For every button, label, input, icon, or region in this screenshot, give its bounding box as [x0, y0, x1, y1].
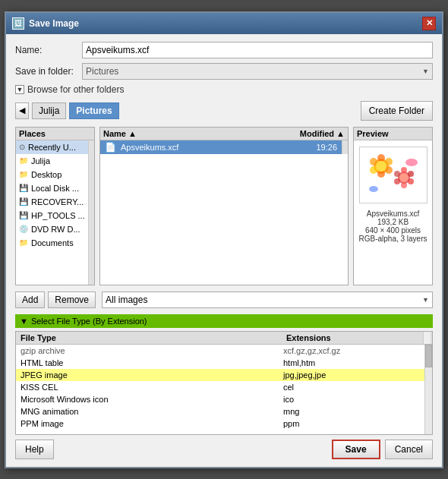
- action-bar: Help Save Cancel: [15, 435, 433, 459]
- julija-folder-icon: 📁: [19, 156, 28, 165]
- svg-point-8: [376, 161, 386, 172]
- ft-ext-ppm: ppm: [283, 419, 420, 428]
- files-panel: Name ▲ Modified ▲ 📄 Apsveikums.xcf: [99, 127, 349, 285]
- title-bar: 🖼 Save Image ✕: [6, 13, 442, 34]
- preview-image: [359, 147, 427, 203]
- places-item-label: Julija: [31, 156, 50, 165]
- places-header: Places: [16, 128, 94, 140]
- preview-svg: [360, 147, 427, 203]
- select-file-type-icon: ▼: [20, 317, 28, 326]
- places-content: ⊙ Recently U... 📁 Julija 📁 Desktop �: [16, 140, 88, 285]
- preview-dimensions: 640 × 400 pixels: [357, 226, 429, 235]
- name-label: Name:: [15, 45, 76, 55]
- file-type-row-jpeg[interactable]: JPEG image jpg,jpeg,jpe: [16, 369, 424, 381]
- places-item-label: Recently U...: [28, 143, 76, 152]
- remove-button[interactable]: Remove: [48, 291, 96, 308]
- svg-point-18: [369, 186, 378, 192]
- dialog-body: Name: Save in folder: Pictures ▼ ▼ Brows…: [6, 34, 442, 467]
- dialog-icon: 🖼: [12, 17, 24, 30]
- preview-panel: Preview: [353, 127, 433, 285]
- save-in-row: Save in folder: Pictures ▼: [15, 63, 433, 80]
- svg-point-10: [401, 167, 407, 173]
- preview-format: RGB-alpha, 3 layers: [357, 235, 429, 243]
- select-file-type-label: Select File Type (By Extension): [31, 317, 147, 326]
- help-button[interactable]: Help: [15, 440, 54, 459]
- files-modified-col-header: Modified ▲: [300, 129, 345, 138]
- nav-left: ◀ Julija Pictures: [15, 102, 119, 119]
- hp-tools-icon: 💾: [19, 211, 28, 219]
- name-input[interactable]: [82, 42, 433, 58]
- filter-arrow: ▼: [422, 296, 429, 304]
- filter-combo[interactable]: All images ▼: [102, 291, 433, 308]
- ft-type-gzip: gzip archive: [21, 346, 283, 355]
- ft-type-mng: MNG animation: [21, 407, 283, 416]
- places-item-recently[interactable]: ⊙ Recently U...: [16, 140, 88, 154]
- add-remove-btns: Add Remove: [15, 291, 96, 308]
- filter-value: All images: [106, 295, 147, 305]
- places-item-local-disk[interactable]: 💾 Local Disk ...: [16, 181, 88, 195]
- ft-ext-mng: mng: [283, 407, 420, 416]
- browse-toggle-label: Browse for other folders: [27, 84, 124, 95]
- places-item-label: Documents: [31, 238, 74, 247]
- create-folder-button[interactable]: Create Folder: [361, 101, 433, 121]
- ft-type-jpeg: JPEG image: [21, 370, 283, 380]
- save-image-dialog: 🖼 Save Image ✕ Name: Save in folder: Pic…: [5, 11, 443, 468]
- svg-point-12: [408, 178, 414, 184]
- file-type-panel: File Type Extensions gzip archive xcf.gz…: [15, 331, 433, 435]
- file-type-row-msicon[interactable]: Microsoft Windows icon ico: [16, 393, 424, 405]
- svg-point-15: [394, 171, 400, 177]
- file-type-header: File Type Extensions: [16, 332, 432, 345]
- files-content: 📄 Apsveikums.xcf 19:26: [100, 140, 342, 154]
- file-type-row-html[interactable]: HTML table html,htm: [16, 357, 424, 369]
- places-item-label: RECOVERY...: [31, 197, 84, 206]
- svg-point-13: [401, 182, 407, 188]
- places-item-label: DVD RW D...: [31, 225, 80, 234]
- ft-ext-kiss: cel: [283, 383, 420, 392]
- select-file-type-section[interactable]: ▼ Select File Type (By Extension): [15, 314, 433, 328]
- add-button[interactable]: Add: [15, 291, 45, 308]
- cancel-button[interactable]: Cancel: [385, 440, 433, 459]
- dialog-title: Save Image: [29, 18, 79, 29]
- svg-point-14: [394, 178, 400, 184]
- file-type-row-ppm[interactable]: PPM image ppm: [16, 418, 424, 430]
- places-item-desktop[interactable]: 📁 Desktop: [16, 168, 88, 181]
- close-button[interactable]: ✕: [422, 17, 436, 30]
- file-name-label: Apsveikums.xcf: [121, 143, 178, 152]
- places-item-julija[interactable]: 📁 Julija: [16, 154, 88, 168]
- ft-ext-gzip: xcf.gz,gz,xcf.gz: [283, 346, 420, 355]
- tab-pictures[interactable]: Pictures: [69, 102, 118, 119]
- file-type-row-kiss[interactable]: KISS CEL cel: [16, 381, 424, 393]
- places-item-hp-tools[interactable]: 💾 HP_TOOLS ...: [16, 209, 88, 222]
- nav-bar: ◀ Julija Pictures Create Folder: [15, 101, 433, 121]
- places-item-recovery[interactable]: 💾 RECOVERY...: [16, 195, 88, 209]
- scroll-thumb: [425, 345, 432, 367]
- places-item-dvd[interactable]: 💿 DVD RW D...: [16, 222, 88, 236]
- ft-type-kiss: KISS CEL: [21, 383, 283, 392]
- browse-toggle-icon: ▼: [15, 85, 24, 94]
- file-type-scrollbar[interactable]: [424, 345, 432, 434]
- file-type-row-gzip[interactable]: gzip archive xcf.gz,gz,xcf.gz: [16, 345, 424, 357]
- recently-icon: ⊙: [19, 143, 25, 151]
- save-button[interactable]: Save: [332, 440, 380, 459]
- file-type-row-mng[interactable]: MNG animation mng: [16, 405, 424, 418]
- title-bar-left: 🖼 Save Image: [12, 17, 79, 30]
- extensions-col-header: Extensions: [286, 333, 423, 342]
- ft-ext-msicon: ico: [283, 395, 420, 404]
- main-area: Places ⊙ Recently U... 📁 Julija 📁: [15, 127, 433, 285]
- tab-julija[interactable]: Julija: [32, 102, 66, 119]
- places-scrollbar[interactable]: [88, 140, 94, 285]
- file-item-apsveikums[interactable]: 📄 Apsveikums.xcf 19:26: [100, 140, 342, 154]
- desktop-folder-icon: 📁: [19, 170, 28, 178]
- files-scrollbar[interactable]: [342, 140, 348, 154]
- preview-info: Apsveikums.xcf 193,2 KB 640 × 400 pixels…: [354, 210, 432, 243]
- file-type-rows: gzip archive xcf.gz,gz,xcf.gz HTML table…: [16, 345, 424, 434]
- places-item-label: Local Disk ...: [31, 184, 79, 193]
- preview-size: 193,2 KB: [357, 218, 429, 226]
- places-item-documents[interactable]: 📁 Documents: [16, 236, 88, 250]
- back-button[interactable]: ◀: [15, 102, 29, 119]
- files-list-wrap: 📄 Apsveikums.xcf 19:26: [100, 140, 348, 154]
- browse-toggle[interactable]: ▼ Browse for other folders: [15, 84, 433, 95]
- places-item-label: HP_TOOLS ...: [31, 211, 85, 220]
- file-icon: 📄: [105, 142, 116, 153]
- save-in-combo[interactable]: Pictures ▼: [82, 63, 433, 80]
